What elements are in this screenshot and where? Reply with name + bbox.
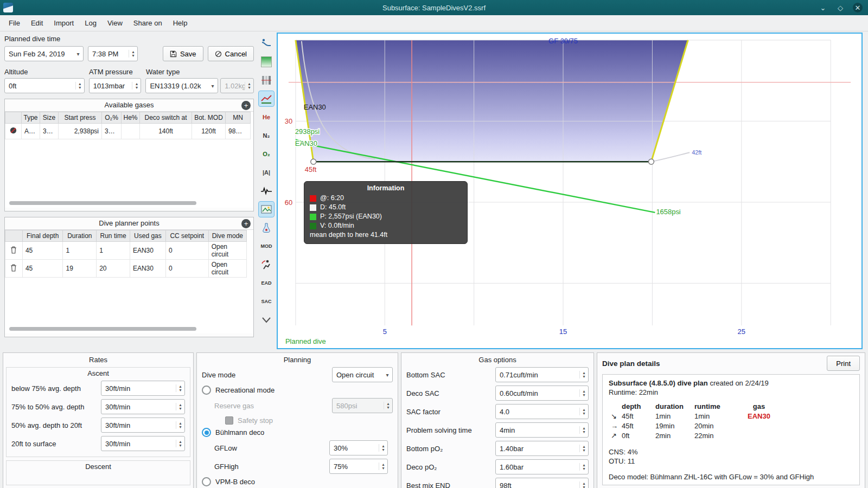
cell-bot-mod[interactable]: 120ft <box>192 124 226 139</box>
spinner-arrows[interactable]: ▴▾ <box>579 389 588 397</box>
cell-he[interactable] <box>122 124 140 139</box>
date-select[interactable]: Sun Feb 24, 2019 ▾ <box>4 46 84 61</box>
col-final-depth[interactable]: Final depth <box>22 230 63 242</box>
cell-dive-mode[interactable]: Open circuit <box>208 260 246 278</box>
deco-sac-field[interactable]: 0.60cuft/min▴▾ <box>495 386 589 401</box>
spinner-arrows[interactable]: ▴▾ <box>579 445 588 452</box>
profile-handle[interactable] <box>311 159 316 164</box>
spinner-arrows[interactable]: ▴▾ <box>176 403 184 410</box>
gas-change-toggle-icon[interactable] <box>259 220 274 235</box>
col-start-press[interactable]: Start press <box>59 112 102 124</box>
col-size[interactable]: Size <box>40 112 59 124</box>
n2-graph-toggle-icon[interactable]: N₂ <box>259 128 274 143</box>
dive-mode-select[interactable]: Open circuit ▾ <box>332 367 393 382</box>
col-duration[interactable]: Duration <box>63 230 97 242</box>
cell-cc-setpoint[interactable]: 0 <box>165 242 208 260</box>
dc-ceiling-toggle-icon[interactable] <box>259 36 274 51</box>
cell-run-time[interactable]: 20 <box>97 260 130 278</box>
heartrate-toggle-icon[interactable] <box>259 183 274 198</box>
horizontal-scrollbar[interactable] <box>9 201 196 205</box>
point-row[interactable]: 45 1 1 EAN30 0 Open circuit <box>5 242 247 260</box>
col-he[interactable]: He% <box>122 112 140 124</box>
tankbar-toggle-icon[interactable] <box>259 73 274 88</box>
shade-button[interactable]: ⌄ <box>818 3 828 12</box>
spinner-arrows[interactable]: ▴▾ <box>176 384 184 392</box>
col-mnd[interactable]: MN <box>226 112 251 124</box>
vpmb-deco-radio[interactable]: VPM-B deco <box>202 477 255 486</box>
mod-toggle-icon[interactable]: MOD <box>259 239 274 254</box>
sac-toggle-icon[interactable]: SAC <box>259 294 274 309</box>
cell-start-press[interactable]: 2,938psi <box>59 124 102 139</box>
calculated-ceiling-toggle-icon[interactable] <box>259 54 274 69</box>
sac-factor-field[interactable]: 4.0▴▾ <box>495 404 589 419</box>
cell-run-time[interactable]: 1 <box>97 242 130 260</box>
ndl-toggle-icon[interactable] <box>259 257 274 272</box>
col-used-gas[interactable]: Used gas <box>130 230 165 242</box>
col-cc-setpoint[interactable]: CC setpoint <box>165 230 208 242</box>
profile-handle[interactable] <box>648 159 654 164</box>
spinner-arrows[interactable]: ▴▾ <box>176 421 184 429</box>
cell-duration[interactable]: 1 <box>63 242 97 260</box>
spinner-arrows[interactable]: ▴▾ <box>75 82 84 89</box>
cell-o2[interactable]: 3… <box>102 124 122 139</box>
spinner-arrows[interactable]: ▴▾ <box>579 408 588 415</box>
bottom-po2-field[interactable]: 1.40bar▴▾ <box>495 441 589 456</box>
gas-row[interactable]: A… 3… 2,938psi 3… 140ft 120ft 98… <box>5 124 251 139</box>
menu-share-on[interactable]: Share on <box>128 17 168 29</box>
rate-field[interactable]: 30ft/min▴▾ <box>101 418 185 433</box>
menu-log[interactable]: Log <box>79 17 102 29</box>
bottom-sac-field[interactable]: 0.71cuft/min▴▾ <box>495 367 589 382</box>
menu-edit[interactable]: Edit <box>25 17 48 29</box>
cancel-button[interactable]: Cancel <box>208 46 254 61</box>
cell-dive-mode[interactable]: Open circuit <box>208 242 246 260</box>
photos-toggle-icon[interactable] <box>259 202 274 217</box>
cell-type[interactable]: A… <box>22 124 40 139</box>
cell-mnd[interactable]: 98… <box>226 124 251 139</box>
ead-toggle-icon[interactable]: EAD <box>259 275 274 291</box>
air-graph-toggle-icon[interactable]: |A| <box>259 165 274 180</box>
add-gas-button[interactable]: + <box>241 101 251 110</box>
trash-icon[interactable] <box>10 246 17 254</box>
cell-used-gas[interactable]: EAN30 <box>130 260 165 278</box>
best-mix-end-field[interactable]: 98ft▴▾ <box>495 478 589 488</box>
dive-profile-chart[interactable]: GF 30/75 30 60 5 15 25 EAN30 2938psi EAN… <box>277 33 863 349</box>
atm-pressure-field[interactable]: 1013mbar ▴▾ <box>89 78 142 93</box>
menu-view[interactable]: View <box>102 17 128 29</box>
close-button[interactable]: ✕ <box>853 3 863 12</box>
gfhigh-field[interactable]: 75% ▴▾ <box>329 459 388 474</box>
altitude-field[interactable]: 0ft ▴▾ <box>4 78 85 93</box>
menu-import[interactable]: Import <box>48 17 79 29</box>
save-button[interactable]: Save <box>163 46 203 61</box>
spinner-arrows[interactable]: ▴▾ <box>379 444 387 452</box>
spinner-arrows[interactable]: ▴▾ <box>132 82 141 89</box>
spinner-arrows[interactable]: ▴▾ <box>129 50 137 57</box>
cell-used-gas[interactable]: EAN30 <box>130 242 165 260</box>
col-bot-mod[interactable]: Bot. MOD <box>192 112 226 124</box>
rate-field[interactable]: 30ft/min▴▾ <box>101 399 185 414</box>
trash-icon[interactable] <box>10 264 17 272</box>
rate-field[interactable]: 30ft/min▴▾ <box>101 381 185 396</box>
col-run-time[interactable]: Run time <box>97 230 130 242</box>
menu-file[interactable]: File <box>3 17 25 29</box>
cell-size[interactable]: 3… <box>40 124 59 139</box>
col-o2[interactable]: O₂% <box>102 112 122 124</box>
buhlmann-deco-radio[interactable]: Bühlmann deco <box>202 428 264 437</box>
spinner-arrows[interactable]: ▴▾ <box>579 371 588 378</box>
gflow-field[interactable]: 30% ▴▾ <box>329 440 388 455</box>
po2-graph-toggle-icon[interactable] <box>259 91 274 106</box>
col-dive-mode[interactable]: Dive mode <box>208 230 246 242</box>
deco-po2-field[interactable]: 1.60bar▴▾ <box>495 459 589 474</box>
cylinder-warning-icon[interactable] <box>9 126 17 134</box>
maximize-button[interactable]: ◇ <box>835 3 845 12</box>
toolbar-scroll-down-icon[interactable] <box>259 312 274 328</box>
add-point-button[interactable]: + <box>241 219 251 228</box>
cell-final-depth[interactable]: 45 <box>22 260 63 278</box>
spinner-arrows[interactable]: ▴▾ <box>579 463 588 471</box>
cell-final-depth[interactable]: 45 <box>22 242 63 260</box>
he-graph-toggle-icon[interactable]: He <box>259 110 274 125</box>
menu-help[interactable]: Help <box>168 17 193 29</box>
cell-cc-setpoint[interactable]: 0 <box>165 260 208 278</box>
spinner-arrows[interactable]: ▴▾ <box>176 440 184 447</box>
cell-deco-switch[interactable]: 140ft <box>140 124 192 139</box>
col-type[interactable]: Type <box>22 112 40 124</box>
